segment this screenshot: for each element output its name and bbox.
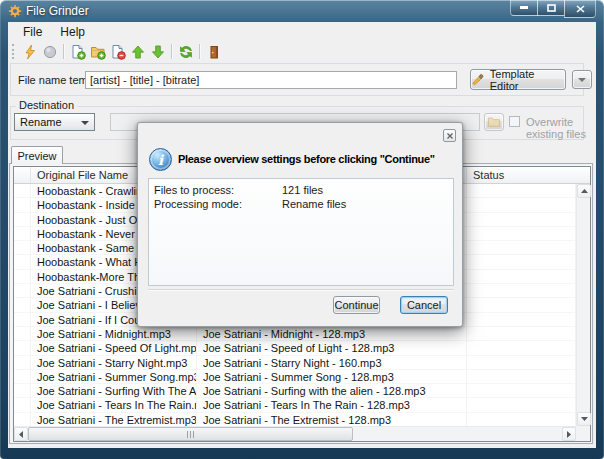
overwrite-checkbox[interactable] — [509, 116, 520, 127]
app-window: File Grinder File Help — [0, 0, 604, 459]
cell-original-name: Joe Satriani - Starry Night.mp3 — [31, 356, 197, 370]
scroll-down-button[interactable] — [577, 412, 591, 426]
add-files-button[interactable] — [68, 42, 88, 62]
scrollbar-corner — [576, 426, 590, 441]
summary-value: Rename files — [282, 197, 346, 211]
cell-status — [467, 227, 576, 241]
summary-label: Files to process: — [154, 183, 282, 197]
brush-icon — [471, 73, 485, 86]
app-gear-icon — [8, 4, 22, 18]
dialog-separator — [148, 289, 454, 290]
maximize-icon — [547, 4, 556, 12]
horizontal-scroll-thumb[interactable] — [28, 427, 353, 441]
scroll-right-button[interactable] — [562, 427, 576, 441]
stop-icon — [42, 44, 58, 60]
template-input[interactable] — [85, 71, 457, 89]
arrow-up-icon — [581, 189, 588, 193]
cell-gutter — [14, 413, 31, 426]
table-row[interactable]: Joe Satriani - Speed Of Light.mp3 Joe Sa… — [14, 341, 576, 355]
menu-bar: File Help — [8, 22, 596, 41]
run-button[interactable] — [20, 42, 40, 62]
table-row[interactable]: Joe Satriani - Surfing With The Alien...… — [14, 384, 576, 398]
cell-original-name: Joe Satriani - Surfing With The Alien...… — [31, 384, 197, 398]
dialog-close-button[interactable] — [443, 129, 456, 142]
table-row[interactable]: Joe Satriani - Starry Night.mp3 Joe Satr… — [14, 356, 576, 370]
destination-mode-select[interactable]: Rename — [14, 113, 95, 131]
cell-gutter — [14, 356, 31, 370]
cell-status — [467, 413, 576, 426]
cell-gutter — [14, 184, 31, 198]
toolbar — [8, 41, 596, 62]
cell-status — [467, 313, 576, 327]
toolbar-grip[interactable] — [12, 44, 15, 59]
window-title: File Grinder — [26, 4, 89, 18]
arrow-right-icon — [567, 431, 571, 438]
maximize-button[interactable] — [537, 0, 565, 16]
browse-folder-button[interactable] — [484, 113, 504, 131]
cell-original-name: Joe Satriani - Midnight.mp3 — [31, 327, 197, 341]
table-row[interactable]: Joe Satriani - Midnight.mp3 Joe Satriani… — [14, 327, 576, 341]
minimize-icon — [520, 6, 528, 9]
scroll-up-button[interactable] — [577, 184, 591, 198]
cell-original-name: Joe Satriani - Summer Song.mp3 — [31, 370, 197, 384]
destination-group-label: Destination — [16, 99, 77, 111]
summary-row: Files to process: 121 files — [154, 183, 448, 197]
cell-renamed-name: Joe Satriani - Starry Night - 160.mp3 — [197, 356, 467, 370]
info-icon: i — [149, 148, 172, 171]
add-folder-icon — [90, 44, 106, 60]
overwrite-checkbox-label: Overwrite existing files — [526, 116, 596, 140]
cell-status — [467, 184, 576, 198]
cell-gutter — [14, 255, 31, 269]
refresh-icon — [178, 44, 194, 60]
move-up-button[interactable] — [128, 42, 148, 62]
cell-gutter — [14, 313, 31, 327]
menu-file[interactable]: File — [14, 23, 51, 41]
title-bar[interactable]: File Grinder — [0, 0, 604, 22]
remove-files-button[interactable] — [108, 42, 128, 62]
template-editor-label: Template Editor — [490, 68, 565, 92]
scroll-thumb-grip — [187, 431, 195, 438]
cell-original-name: Joe Satriani - Speed Of Light.mp3 — [31, 341, 197, 355]
column-header-status[interactable]: Status — [467, 167, 590, 183]
cancel-button[interactable]: Cancel — [400, 296, 448, 314]
column-header-gutter[interactable] — [14, 167, 31, 183]
template-editor-button[interactable]: Template Editor — [470, 69, 566, 90]
exit-icon — [206, 44, 222, 60]
cell-status — [467, 284, 576, 298]
destination-mode-value: Rename — [20, 116, 62, 128]
add-folder-button[interactable] — [88, 42, 108, 62]
cell-status — [467, 213, 576, 227]
cell-renamed-name: Joe Satriani - Speed of Light - 128.mp3 — [197, 341, 467, 355]
close-button[interactable] — [564, 0, 596, 18]
menu-help[interactable]: Help — [51, 23, 94, 41]
cell-gutter — [14, 198, 31, 212]
toolbar-separator — [63, 44, 65, 59]
toolbar-separator — [171, 44, 173, 59]
scroll-left-button[interactable] — [14, 427, 28, 441]
cell-gutter — [14, 341, 31, 355]
refresh-button[interactable] — [176, 42, 196, 62]
cell-status — [467, 198, 576, 212]
move-down-button[interactable] — [148, 42, 168, 62]
horizontal-scrollbar[interactable] — [14, 426, 576, 441]
confirm-dialog: i Please overview settings before clicki… — [137, 122, 463, 327]
table-row[interactable]: Joe Satriani - The Extremist.mp3 Joe Sat… — [14, 413, 576, 426]
move-up-icon — [130, 44, 146, 60]
cell-renamed-name: Joe Satriani - Midnight - 128.mp3 — [197, 327, 467, 341]
folder-icon — [487, 116, 501, 128]
stop-button[interactable] — [40, 42, 60, 62]
vertical-scrollbar[interactable] — [576, 184, 590, 426]
continue-button[interactable]: Continue — [333, 296, 380, 314]
move-down-icon — [150, 44, 166, 60]
table-row[interactable]: Joe Satriani - Tears In The Rain.mp3 Joe… — [14, 398, 576, 412]
tab-preview[interactable]: Preview — [11, 146, 63, 164]
template-options-dropdown-button[interactable] — [572, 70, 592, 89]
exit-button[interactable] — [204, 42, 224, 62]
table-row[interactable]: Joe Satriani - Summer Song.mp3 Joe Satri… — [14, 370, 576, 384]
cell-status — [467, 241, 576, 255]
minimize-button[interactable] — [510, 0, 538, 16]
cell-status — [467, 327, 576, 341]
cell-gutter — [14, 398, 31, 412]
summary-label: Processing mode: — [154, 197, 282, 211]
summary-value: 121 files — [282, 183, 323, 197]
